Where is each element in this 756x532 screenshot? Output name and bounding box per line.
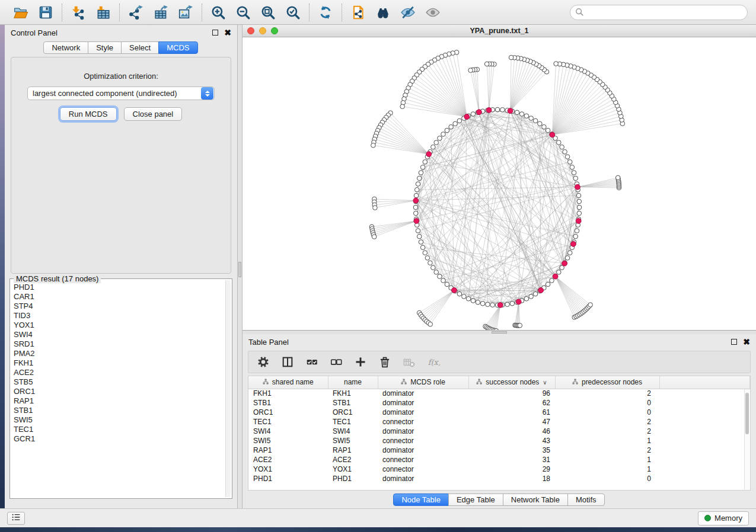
show-eye-icon[interactable] <box>425 5 441 20</box>
table-row[interactable]: YOX1YOX1connector291 <box>248 464 750 474</box>
table-row[interactable]: ORC1ORC1dominator610 <box>248 408 750 417</box>
column-header-successor-nodes[interactable]: successor nodes∨ <box>468 376 555 389</box>
scrollbar-thumb[interactable] <box>745 393 749 434</box>
mcds-result-item[interactable]: PHD1 <box>12 283 225 292</box>
mcds-result-item[interactable]: STP4 <box>12 302 225 311</box>
zoom-in-icon[interactable] <box>210 5 226 20</box>
task-history-button[interactable] <box>7 512 25 525</box>
mcds-list-scrollbar[interactable] <box>225 280 231 497</box>
doc-network-icon[interactable] <box>350 5 366 20</box>
checks-off-icon[interactable] <box>330 355 343 368</box>
table-cell: TEC1 <box>248 417 328 427</box>
column-header-name[interactable]: name <box>328 376 378 389</box>
tab-edge-table[interactable]: Edge Table <box>448 493 503 506</box>
tab-mcds[interactable]: MCDS <box>158 41 197 54</box>
checks-on-icon[interactable] <box>305 355 318 368</box>
table-cell: 29 <box>468 464 555 474</box>
import-network-icon[interactable] <box>71 5 86 20</box>
mcds-result-item[interactable]: SWI5 <box>12 415 225 425</box>
table-cell: YOX1 <box>248 464 328 474</box>
float-panel-icon[interactable] <box>731 339 737 345</box>
memory-status-icon <box>704 515 711 521</box>
table-cell: 43 <box>468 436 555 446</box>
tab-motifs[interactable]: Motifs <box>567 493 605 506</box>
column-header-MCDS-role[interactable]: MCDS role <box>378 376 468 389</box>
plus-icon[interactable] <box>354 355 367 368</box>
table-row[interactable]: FKH1FKH1dominator962 <box>248 389 750 398</box>
table-row[interactable]: PHD1PHD1dominator180 <box>248 474 750 483</box>
mcds-result-item[interactable]: YOX1 <box>12 321 225 330</box>
table-cell: 35 <box>468 446 555 455</box>
tab-network[interactable]: Network <box>43 41 88 54</box>
export-image-icon[interactable] <box>178 5 193 20</box>
close-window-icon[interactable] <box>247 27 254 34</box>
column-header-predecessor-nodes[interactable]: predecessor nodes <box>555 376 659 389</box>
search-field[interactable] <box>570 5 748 20</box>
zoom-fit-icon[interactable] <box>260 5 276 20</box>
column-header-shared-name[interactable]: shared name <box>248 376 328 389</box>
refresh-icon[interactable] <box>318 5 333 20</box>
mcds-result-item[interactable]: FKH1 <box>12 358 225 368</box>
export-network-icon[interactable] <box>128 5 143 20</box>
table-row[interactable]: STB1STB1dominator620 <box>248 398 750 408</box>
export-table-icon[interactable] <box>153 5 168 20</box>
mcds-result-item[interactable]: SRD1 <box>12 339 225 349</box>
tab-style[interactable]: Style <box>88 41 122 54</box>
import-table-icon[interactable] <box>95 5 111 20</box>
columns-icon[interactable] <box>281 355 294 368</box>
splitter-grip[interactable] <box>492 331 507 334</box>
splitter-grip[interactable] <box>238 262 241 277</box>
table-row[interactable]: SWI4SWI4dominator462 <box>248 427 750 436</box>
tab-select[interactable]: Select <box>121 41 159 54</box>
table-cell: 2 <box>555 389 659 398</box>
run-mcds-button[interactable]: Run MCDS <box>60 107 117 121</box>
mcds-result-item[interactable]: PMA2 <box>12 349 225 358</box>
close-panel-button[interactable]: Close panel <box>124 107 183 121</box>
tab-network-table[interactable]: Network Table <box>503 493 568 506</box>
table-cell: connector <box>378 464 468 474</box>
memory-button[interactable]: Memory <box>698 511 749 525</box>
zoom-out-icon[interactable] <box>235 5 251 20</box>
zoom-selected-icon[interactable] <box>285 5 301 20</box>
table-cell: 18 <box>468 474 555 483</box>
mcds-result-item[interactable]: STB5 <box>12 377 225 387</box>
table-scrollbar[interactable] <box>744 389 749 489</box>
table-panel: Table Panel ✖ f(x) shared namenameMCDS r… <box>243 334 756 508</box>
mcds-result-item[interactable]: TID3 <box>12 311 225 321</box>
optimization-criterion-dropdown[interactable]: largest connected component (undirected) <box>27 86 215 100</box>
dropdown-value: largest connected component (undirected) <box>28 89 201 98</box>
save-icon[interactable] <box>38 5 53 20</box>
minimize-window-icon[interactable] <box>259 27 266 34</box>
gear-icon[interactable] <box>257 355 270 368</box>
table-row[interactable]: SWI5SWI5connector431 <box>248 436 750 446</box>
table-row[interactable]: ACE2ACE2connector311 <box>248 455 750 464</box>
mcds-result-item[interactable]: ORC1 <box>12 387 225 396</box>
binoculars-icon[interactable] <box>375 5 391 20</box>
mcds-result-item[interactable]: STB1 <box>12 406 225 415</box>
hide-eye-icon[interactable] <box>400 5 416 20</box>
table-panel-title: Table Panel <box>248 338 289 347</box>
table-row[interactable]: TEC1TEC1connector472 <box>248 417 750 427</box>
control-panel: Control Panel ✖ NetworkStyleSelectMCDS O… <box>5 25 237 508</box>
network-window-titlebar[interactable]: YPA_prune.txt_1 <box>243 25 756 37</box>
search-input[interactable] <box>587 8 742 17</box>
mcds-result-item[interactable]: ACE2 <box>12 368 225 377</box>
network-canvas[interactable] <box>243 37 756 330</box>
float-panel-icon[interactable] <box>212 30 218 36</box>
vertical-splitter[interactable] <box>237 25 243 508</box>
mcds-result-item[interactable]: TEC1 <box>12 425 225 434</box>
mcds-result-list[interactable]: PHD1CAR1STP4TID3YOX1SWI4SRD1PMA2FKH1ACE2… <box>12 283 225 497</box>
table-row[interactable]: RAP1RAP1dominator352 <box>248 446 750 455</box>
close-panel-icon[interactable]: ✖ <box>224 28 231 37</box>
mcds-result-item[interactable]: SWI4 <box>12 330 225 339</box>
tab-node-table[interactable]: Node Table <box>393 493 449 506</box>
mcds-result-item[interactable]: RAP1 <box>12 396 225 406</box>
table-cell: ORC1 <box>248 408 328 417</box>
mcds-result-item[interactable]: CAR1 <box>12 292 225 302</box>
mcds-result-item[interactable]: GCR1 <box>12 434 225 444</box>
open-icon[interactable] <box>13 5 28 20</box>
trash-icon[interactable] <box>378 355 391 368</box>
maximize-window-icon[interactable] <box>271 27 278 34</box>
close-panel-icon[interactable]: ✖ <box>743 338 750 346</box>
network-graph[interactable] <box>243 37 756 330</box>
